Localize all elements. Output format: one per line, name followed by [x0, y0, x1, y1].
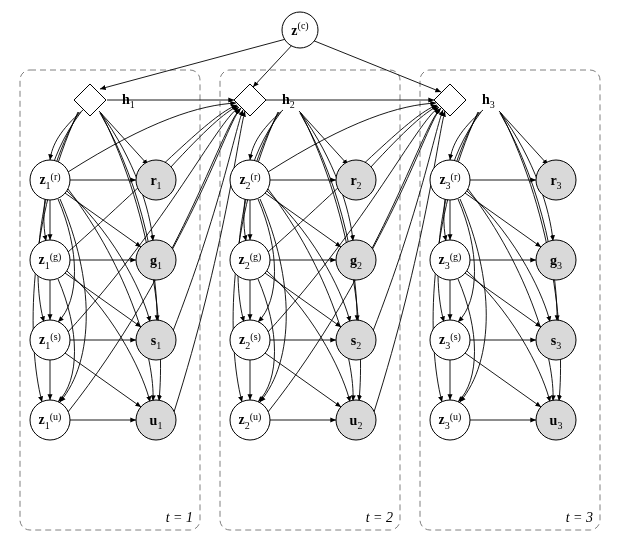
nodes-t1: h1 z1(r) r1 z1(g) g1 z1(s) s1 z1(u) u1 [30, 84, 176, 440]
bn-diagram: z(c) h1 z1(r) r1 z1(g) g1 z1(s) s1 z1(u)… [0, 0, 620, 548]
plate-t1 [20, 70, 200, 530]
svg-line-25 [465, 193, 541, 247]
label-h3: h3 [482, 92, 495, 110]
edge-s1-h2 [173, 110, 243, 331]
svg-line-22 [499, 111, 548, 165]
plate-label-2: t = 2 [366, 510, 393, 525]
plate-t3 [420, 70, 600, 530]
svg-line-28 [465, 273, 541, 327]
svg-line-9 [65, 353, 141, 407]
label-h2: h2 [282, 92, 295, 110]
edge-zc-h2 [253, 43, 294, 87]
edge-zc-h3 [312, 40, 441, 92]
label-h1: h1 [122, 92, 135, 110]
plate-label-1: t = 1 [166, 510, 193, 525]
svg-line-20 [265, 353, 341, 407]
svg-line-14 [265, 193, 341, 247]
svg-line-11 [299, 111, 348, 165]
edge-s2-h3 [373, 110, 443, 331]
svg-line-0 [99, 111, 148, 165]
plate-label-3: t = 3 [566, 510, 593, 525]
svg-line-6 [65, 273, 141, 327]
plate-t2 [220, 70, 400, 530]
svg-line-17 [265, 273, 341, 327]
nodes-t2: h2 z2(r) r2 z2(g) g2 z2(s) s2 z2(u) u2 [230, 84, 376, 440]
nodes-t3: h3 z3(r) r3 z3(g) g3 z3(s) s3 z3(u) u3 [430, 84, 576, 440]
svg-line-3 [65, 193, 141, 247]
svg-line-31 [465, 353, 541, 407]
